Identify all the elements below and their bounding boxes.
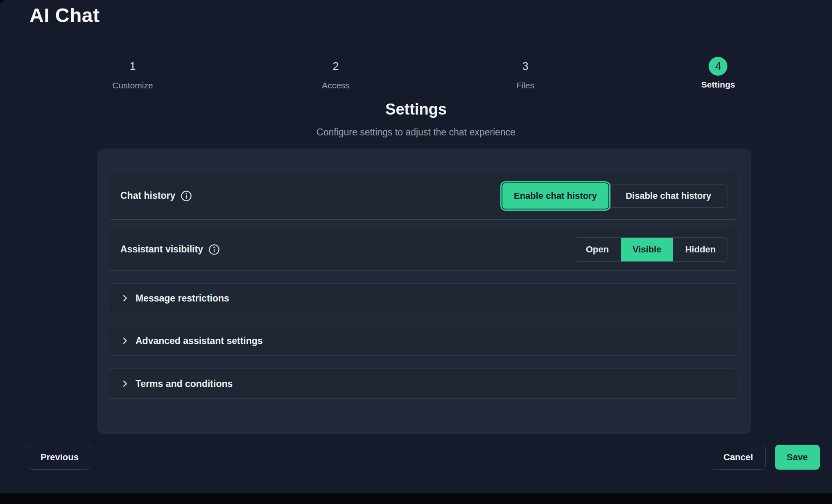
page-title: Settings bbox=[0, 101, 832, 118]
info-icon[interactable] bbox=[208, 244, 220, 255]
stepper: 1 Customize 2 Access 3 Files 4 Settings bbox=[28, 0, 820, 94]
stepper-step-customize[interactable]: 1 Customize bbox=[112, 0, 153, 90]
setting-row-chat-history: Chat history Enable chat history Disable… bbox=[108, 172, 739, 220]
step-label: Customize bbox=[112, 81, 153, 90]
stepper-step-files[interactable]: 3 Files bbox=[511, 0, 540, 90]
setting-row-assistant-visibility: Assistant visibility Open Visible Hidden bbox=[108, 228, 739, 271]
section-label-group: Message restrictions bbox=[136, 293, 229, 304]
chevron-right-icon bbox=[120, 336, 129, 345]
save-button[interactable]: Save bbox=[775, 445, 820, 470]
section-advanced-assistant-settings[interactable]: Advanced assistant settings bbox=[108, 326, 739, 356]
step-label: Settings bbox=[701, 80, 735, 90]
previous-button[interactable]: Previous bbox=[28, 445, 91, 470]
section-message-restrictions[interactable]: Message restrictions bbox=[108, 283, 739, 313]
chat-history-button-group: Enable chat history Disable chat history bbox=[502, 184, 728, 208]
section-label-group: Advanced assistant settings bbox=[136, 335, 263, 346]
page-subtitle: Configure settings to adjust the chat ex… bbox=[0, 127, 832, 138]
step-number: 1 bbox=[118, 55, 147, 78]
step-number: 2 bbox=[321, 55, 350, 78]
visibility-visible-button-selected[interactable]: Visible bbox=[621, 238, 674, 261]
assistant-visibility-segmented-control: Open Visible Hidden bbox=[574, 237, 728, 262]
settings-card: Chat history Enable chat history Disable… bbox=[97, 148, 751, 434]
section-label-group: Terms and conditions bbox=[136, 378, 233, 389]
visibility-open-button[interactable]: Open bbox=[574, 238, 621, 261]
stepper-step-access[interactable]: 2 Access bbox=[321, 0, 350, 90]
section-label: Advanced assistant settings bbox=[136, 335, 263, 346]
chat-history-label-group: Chat history bbox=[120, 190, 192, 202]
step-number-active-badge: 4 bbox=[709, 57, 728, 76]
step-number: 3 bbox=[511, 55, 540, 78]
section-terms-and-conditions[interactable]: Terms and conditions bbox=[108, 369, 739, 399]
section-label: Terms and conditions bbox=[136, 378, 233, 389]
disable-chat-history-button[interactable]: Disable chat history bbox=[609, 184, 728, 207]
cancel-button[interactable]: Cancel bbox=[711, 445, 766, 470]
chat-history-label: Chat history bbox=[120, 190, 175, 201]
chevron-right-icon bbox=[120, 379, 129, 388]
step-label: Access bbox=[321, 81, 350, 90]
assistant-visibility-label: Assistant visibility bbox=[120, 244, 203, 255]
enable-chat-history-button[interactable]: Enable chat history bbox=[502, 182, 609, 209]
assistant-visibility-label-group: Assistant visibility bbox=[120, 244, 220, 255]
visibility-hidden-button[interactable]: Hidden bbox=[673, 238, 728, 261]
step-label: Files bbox=[511, 81, 540, 90]
info-icon[interactable] bbox=[181, 190, 192, 202]
stepper-step-settings-active[interactable]: 4 Settings bbox=[701, 0, 735, 90]
chevron-right-icon bbox=[120, 294, 129, 303]
bottom-band bbox=[0, 493, 832, 504]
section-label: Message restrictions bbox=[136, 293, 229, 304]
page: AI Chat 1 Customize 2 Access 3 Files 4 S… bbox=[0, 0, 832, 493]
